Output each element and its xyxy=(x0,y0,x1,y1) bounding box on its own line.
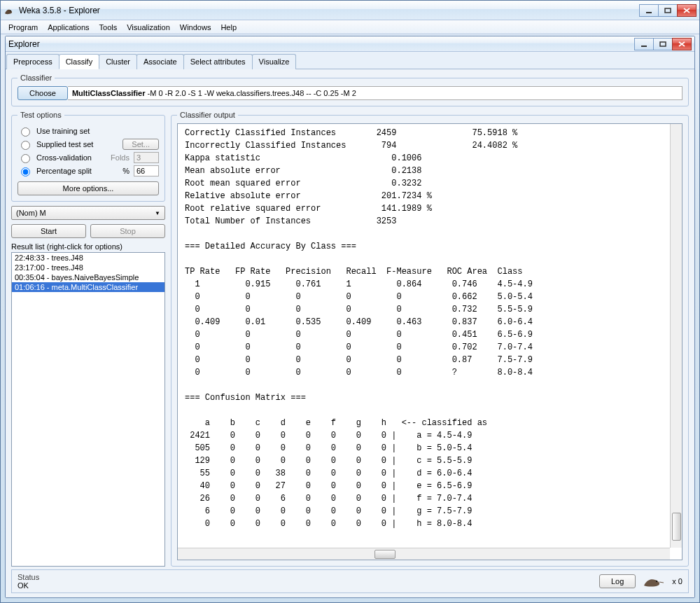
result-item[interactable]: 23:17:00 - trees.J48 xyxy=(12,263,164,272)
tab-associate[interactable]: Associate xyxy=(136,54,184,69)
scrollbar-thumb[interactable] xyxy=(672,513,681,541)
classifier-field[interactable]: MultiClassClassifier -M 0 -R 2.0 -S 1 -W… xyxy=(68,86,682,100)
split-field[interactable] xyxy=(134,165,159,176)
inner-title: Explorer xyxy=(8,39,635,49)
menu-item-applications[interactable]: Applications xyxy=(43,22,94,33)
inner-window-controls xyxy=(635,38,692,50)
content: Classifier Choose MultiClassClassifier -… xyxy=(6,69,694,597)
stop-button[interactable]: Stop xyxy=(90,224,165,238)
svg-rect-2 xyxy=(665,8,671,13)
svg-rect-5 xyxy=(660,42,666,46)
cv-radio[interactable] xyxy=(21,154,30,163)
menu-item-windows[interactable]: Windows xyxy=(175,22,216,33)
tab-cluster[interactable]: Cluster xyxy=(99,54,137,69)
test-options-group: Test options Use training set Supplied t… xyxy=(11,111,165,202)
log-button[interactable]: Log xyxy=(599,574,636,588)
status-value: OK xyxy=(18,581,599,590)
chevron-down-icon: ▼ xyxy=(155,210,160,216)
svg-point-6 xyxy=(656,581,657,582)
menu-item-visualization[interactable]: Visualization xyxy=(122,22,175,33)
svg-rect-1 xyxy=(646,12,652,13)
minimize-button[interactable] xyxy=(639,4,659,17)
output-text: Correctly Classified Instances 2459 75.5… xyxy=(178,124,682,533)
svg-rect-4 xyxy=(641,46,647,47)
outer-window-controls xyxy=(640,4,696,17)
cv-label: Cross-validation xyxy=(36,153,106,162)
training-set-radio[interactable] xyxy=(21,127,30,137)
result-item[interactable]: 22:48:33 - trees.J48 xyxy=(12,253,164,263)
explorer-window: Explorer PreprocessClassifyClusterAssoci… xyxy=(5,36,695,598)
inner-close-button[interactable] xyxy=(672,38,692,50)
result-item[interactable]: 00:35:04 - bayes.NaiveBayesSimple xyxy=(12,272,164,282)
test-options-legend: Test options xyxy=(18,111,64,119)
close-button[interactable] xyxy=(677,4,696,17)
training-set-label: Use training set xyxy=(36,127,90,135)
svg-point-0 xyxy=(10,10,11,11)
maximize-button[interactable] xyxy=(658,4,678,17)
inner-titlebar[interactable]: Explorer xyxy=(6,36,694,52)
tab-classify[interactable]: Classify xyxy=(59,54,100,69)
attribute-combo-value: (Nom) M xyxy=(16,209,46,217)
outer-titlebar[interactable]: Weka 3.5.8 - Explorer xyxy=(1,1,699,20)
menu-item-tools[interactable]: Tools xyxy=(94,22,122,33)
window-title: Weka 3.5.8 - Explorer xyxy=(19,6,640,15)
folds-field[interactable] xyxy=(134,152,159,163)
attribute-combo[interactable]: (Nom) M ▼ xyxy=(11,206,165,220)
result-list-label: Result list (right-click for options) xyxy=(11,242,165,251)
result-item[interactable]: 01:06:16 - meta.MultiClassClassifier xyxy=(12,282,164,292)
inner-maximize-button[interactable] xyxy=(653,38,673,50)
start-button[interactable]: Start xyxy=(11,224,86,238)
split-radio[interactable] xyxy=(21,167,30,176)
main-window: Weka 3.5.8 - Explorer ProgramApplication… xyxy=(0,0,700,603)
classifier-params: -M 0 -R 2.0 -S 1 -W weka.classifiers.tre… xyxy=(145,89,356,97)
inner-minimize-button[interactable] xyxy=(634,38,654,50)
tab-preprocess[interactable]: Preprocess xyxy=(6,54,59,69)
status-count: x 0 xyxy=(672,577,682,585)
vertical-scrollbar[interactable] xyxy=(670,124,682,548)
classifier-name: MultiClassClassifier xyxy=(72,89,146,97)
more-options-button[interactable]: More options... xyxy=(18,181,159,195)
tabs: PreprocessClassifyClusterAssociateSelect… xyxy=(6,52,694,69)
weka-bird-icon xyxy=(641,574,666,588)
folds-label: Folds xyxy=(111,153,130,162)
output-box[interactable]: Correctly Classified Instances 2459 75.5… xyxy=(177,123,682,560)
tab-visualize[interactable]: Visualize xyxy=(252,54,297,69)
menu-item-program[interactable]: Program xyxy=(4,22,43,33)
output-legend: Classifier output xyxy=(177,111,238,119)
supplied-test-radio[interactable] xyxy=(21,141,30,150)
status-label: Status xyxy=(18,573,599,581)
classifier-legend: Classifier xyxy=(18,74,55,82)
set-button[interactable]: Set... xyxy=(122,139,159,150)
classifier-group: Classifier Choose MultiClassClassifier -… xyxy=(11,74,689,106)
choose-button[interactable]: Choose xyxy=(18,86,68,100)
percent-symbol: % xyxy=(122,167,130,175)
menu-item-help[interactable]: Help xyxy=(216,22,241,33)
supplied-test-label: Supplied test set xyxy=(36,140,118,148)
status-bar: Status OK Log x 0 xyxy=(11,569,689,593)
output-group: Classifier output Correctly Classified I… xyxy=(171,111,689,567)
menubar: ProgramApplicationsToolsVisualizationWin… xyxy=(1,20,699,34)
tab-select-attributes[interactable]: Select attributes xyxy=(183,54,253,69)
result-list[interactable]: 22:48:33 - trees.J4823:17:00 - trees.J48… xyxy=(11,252,165,567)
horizontal-scrollbar[interactable] xyxy=(178,548,670,560)
scrollbar-thumb[interactable] xyxy=(374,550,396,559)
split-label: Percentage split xyxy=(36,167,118,175)
app-icon xyxy=(4,5,15,16)
